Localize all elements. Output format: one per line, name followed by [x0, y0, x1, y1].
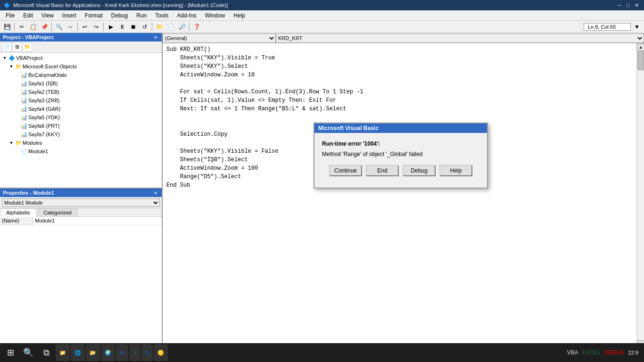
tab-categorized[interactable]: Categorized: [37, 208, 77, 216]
replace-button[interactable]: ↔: [65, 22, 75, 32]
project-tree[interactable]: ▼ 🔷 VBAProject ▼ 📁 Microsoft Excel Objec…: [0, 53, 162, 188]
sheet-icon-3: 📊: [21, 98, 27, 104]
general-dropdown[interactable]: (General): [163, 33, 276, 43]
debug-button[interactable]: Debug: [403, 165, 436, 176]
tree-item-sayfa1[interactable]: 📊 Sayfa1 (İŞB): [1, 79, 161, 88]
code-line-5: [166, 79, 633, 88]
excel-icon: X: [133, 350, 136, 355]
tree-item-sayfa3[interactable]: 📊 Sayfa3 (ZRB): [1, 96, 161, 105]
redo-button[interactable]: ↪: [91, 22, 101, 32]
stop-button[interactable]: ⏹: [128, 22, 139, 32]
tree-item-excel-objects[interactable]: ▼ 📁 Microsoft Excel Objects: [1, 62, 161, 71]
module1-label: Module1: [28, 148, 48, 154]
menu-debug[interactable]: Debug: [107, 10, 132, 20]
tree-item-module1[interactable]: 📄 Module1: [1, 147, 161, 156]
proc-dropdown[interactable]: KRD_KRT: [276, 33, 644, 43]
code-line-8: Next: If sat <> 1 Then Range("B5:L" & sa…: [166, 105, 633, 113]
app-icon: 🔷: [4, 2, 10, 8]
cut-button[interactable]: ✂: [17, 22, 27, 32]
project-panel-icons: ✕: [152, 34, 159, 41]
vertical-scrollbar[interactable]: ▲ ▼: [636, 43, 644, 348]
maximize-button[interactable]: □: [624, 2, 632, 8]
continue-button[interactable]: Continue: [329, 165, 362, 176]
save-button[interactable]: 💾: [2, 22, 12, 32]
taskbar-app-chrome[interactable]: 🌍: [101, 344, 115, 361]
taskbar-app-files[interactable]: 📂: [86, 344, 100, 361]
props-object-dropdown[interactable]: Module1 Module: [2, 198, 160, 207]
taskbar-app-explorer[interactable]: 📁: [56, 344, 70, 361]
code-area: (General) KRD_KRT Sub KRD_KRT() Sheets("…: [163, 33, 644, 348]
menu-edit[interactable]: Edit: [19, 10, 37, 20]
find-button[interactable]: 🔍: [54, 22, 64, 32]
tab-alphabetic[interactable]: Alphabetic: [0, 208, 36, 217]
paste-button[interactable]: 📌: [39, 22, 50, 32]
taskbar-app-edge[interactable]: 🌐: [71, 344, 85, 361]
dialog-buttons: Continue End Debug Help: [322, 165, 479, 180]
menu-format[interactable]: Format: [81, 10, 107, 20]
menu-insert[interactable]: Insert: [58, 10, 80, 20]
view-code-button[interactable]: 📄: [2, 42, 11, 52]
tree-item-sayfa4[interactable]: 📊 Sayfa4 (GAR): [1, 105, 161, 113]
code-line-1: Sub KRD_KRT(): [166, 45, 633, 54]
reset-button[interactable]: ↺: [140, 22, 150, 32]
tree-item-sayfa6[interactable]: 📊 Sayfa6 (PRT): [1, 122, 161, 130]
tree-item-modules[interactable]: ▼ 📁 Modules: [1, 139, 161, 147]
run-button[interactable]: ▶: [106, 22, 116, 32]
expand-icon-objects: ▼: [8, 64, 14, 69]
menu-help[interactable]: Help: [230, 10, 249, 20]
files-icon: 📂: [90, 350, 96, 356]
toggle-folders-button[interactable]: 📁: [23, 42, 32, 52]
taskbar-app-misc[interactable]: 🟡: [154, 344, 168, 361]
menu-tools[interactable]: Tools: [151, 10, 172, 20]
project-panel-close-btn[interactable]: ✕: [152, 34, 159, 41]
end-button[interactable]: End: [366, 165, 399, 176]
project-folder-icon: 🔷: [8, 55, 15, 61]
search-button[interactable]: 🔍: [20, 344, 37, 361]
menu-run[interactable]: Run: [132, 10, 150, 20]
menu-addins[interactable]: Add-Ins: [173, 10, 200, 20]
close-button[interactable]: ✕: [633, 2, 640, 8]
project-toolbar: 📄 ⊞ 📁: [0, 41, 162, 53]
tree-item-thisworkbook[interactable]: 📊 BuÇalışmaKitabı: [1, 71, 161, 79]
taskbar-app-outlook[interactable]: O: [141, 344, 153, 361]
taskbar-app-excel[interactable]: X: [129, 344, 140, 361]
word-icon: W: [120, 350, 124, 355]
module-icon: 📄: [21, 148, 27, 155]
title-bar: 🔷 Microsoft Visual Basic for Application…: [0, 0, 644, 10]
code-line-4: ActiveWindow.Zoom = 10: [166, 71, 633, 79]
help-dialog-button[interactable]: Help: [439, 165, 472, 176]
help-button[interactable]: ❓: [191, 22, 202, 32]
menu-view[interactable]: View: [38, 10, 58, 20]
minimize-button[interactable]: ─: [616, 2, 623, 8]
object-browser-button[interactable]: 🔎: [177, 22, 187, 32]
scroll-up-btn[interactable]: ▲: [637, 43, 644, 51]
properties-panel-close-btn[interactable]: ✕: [152, 189, 159, 196]
start-button[interactable]: ⊞: [2, 344, 19, 361]
folder-icon: 📁: [15, 64, 22, 70]
toolbar-status: Ln 8, Col 65: [584, 23, 631, 31]
taskbar-app-word[interactable]: W: [116, 344, 128, 361]
taskbar: ⊞ 🔍 ⧉ 📁 🌐 📂 🌍 W X O 🟡 VBA EXCEL DEBUG 22…: [0, 343, 644, 362]
tree-item-vbaproject[interactable]: ▼ 🔷 VBAProject: [1, 54, 161, 62]
task-view-button[interactable]: ⧉: [38, 344, 55, 361]
project-panel: Project - VBAProject ✕ 📄 ⊞ 📁 ▼ 🔷 VBAProj…: [0, 33, 162, 189]
tree-item-sayfa2[interactable]: 📊 Sayfa2 (TEB): [1, 88, 161, 96]
menu-window[interactable]: Window: [201, 10, 229, 20]
undo-button[interactable]: ↩: [80, 22, 90, 32]
dialog-error-text: Run-time error '1004':: [322, 140, 479, 147]
sheet-icon: 📊: [21, 72, 27, 78]
project-explorer-button[interactable]: 📁: [154, 22, 165, 32]
copy-button[interactable]: 📋: [28, 22, 38, 32]
view-object-button[interactable]: ⊞: [12, 42, 22, 52]
menu-bar: File Edit View Insert Format Debug Run T…: [0, 10, 644, 21]
pause-button[interactable]: ⏸: [117, 22, 127, 32]
sayfa4-label: Sayfa4 (GAR): [28, 106, 60, 112]
properties-button[interactable]: 📄: [165, 22, 176, 32]
tree-item-sayfa7[interactable]: 📊 Sayfa7 (KKY): [1, 130, 161, 139]
code-line-7: If Cells(sat, 1).Value <> Empty Then: Ex…: [166, 96, 633, 105]
toolbar-dropdown-btn[interactable]: ▼: [632, 22, 642, 32]
scroll-thumb[interactable]: [637, 51, 644, 70]
code-editor[interactable]: Sub KRD_KRT() Sheets("KKY").Visible = Tr…: [163, 43, 636, 348]
tree-item-sayfa5[interactable]: 📊 Sayfa5 (YDK): [1, 113, 161, 122]
menu-file[interactable]: File: [2, 10, 18, 20]
